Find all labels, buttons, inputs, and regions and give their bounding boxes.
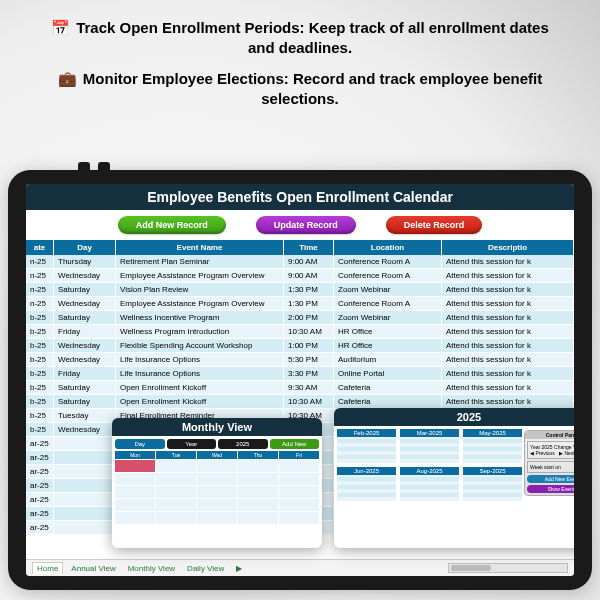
table-row[interactable]: b-25FridayWellness Program Introduction1… <box>26 325 574 339</box>
cell[interactable]: Open Enrollment Kickoff <box>116 381 284 395</box>
cell[interactable]: b-25 <box>26 381 54 395</box>
cell[interactable] <box>54 521 116 535</box>
monthly-cell[interactable] <box>238 460 278 472</box>
tab-monthly[interactable]: Monthly View <box>124 563 179 574</box>
cell[interactable]: 1:00 PM <box>284 339 334 353</box>
cell[interactable]: Attend this session for k <box>442 297 574 311</box>
cell[interactable]: Attend this session for k <box>442 367 574 381</box>
cell[interactable]: ar-25 <box>26 521 54 535</box>
add-record-button[interactable]: Add New Record <box>118 216 226 234</box>
cell[interactable]: Wednesday <box>54 269 116 283</box>
cell[interactable]: Employee Assistance Program Overview <box>116 297 284 311</box>
cell[interactable]: Attend this session for k <box>442 339 574 353</box>
cell[interactable]: 9:00 AM <box>284 255 334 269</box>
cell[interactable]: Conference Room A <box>334 297 442 311</box>
horizontal-scrollbar[interactable] <box>448 563 568 573</box>
cell[interactable] <box>54 437 116 451</box>
cell[interactable]: 9:30 AM <box>284 381 334 395</box>
cell[interactable]: Attend this session for k <box>442 283 574 297</box>
cell[interactable]: Employee Assistance Program Overview <box>116 269 284 283</box>
monthly-day-button[interactable]: Day <box>115 439 165 449</box>
monthly-cell[interactable] <box>238 486 278 498</box>
cell[interactable]: Saturday <box>54 395 116 409</box>
mini-month[interactable]: Feb-2025 <box>337 429 396 463</box>
mini-month-body[interactable] <box>400 475 459 501</box>
table-row[interactable]: b-25SaturdayWellness Incentive Program2:… <box>26 311 574 325</box>
update-record-button[interactable]: Update Record <box>256 216 356 234</box>
monthly-cell[interactable] <box>279 473 319 485</box>
col-time[interactable]: Time <box>284 240 334 255</box>
cell[interactable]: b-25 <box>26 325 54 339</box>
cell[interactable]: Wellness Program Introduction <box>116 325 284 339</box>
monthly-cell[interactable] <box>197 486 237 498</box>
cell[interactable]: b-25 <box>26 353 54 367</box>
table-row[interactable]: b-25SaturdayOpen Enrollment Kickoff10:30… <box>26 395 574 409</box>
cell[interactable]: b-25 <box>26 423 54 437</box>
cell[interactable]: Thursday <box>54 255 116 269</box>
cell[interactable] <box>54 479 116 493</box>
monthly-year-value[interactable]: 2025 <box>218 439 268 449</box>
cell[interactable]: Attend this session for k <box>442 255 574 269</box>
next-button[interactable]: Next <box>564 450 574 456</box>
cell[interactable]: Wednesday <box>54 297 116 311</box>
cell[interactable]: ar-25 <box>26 507 54 521</box>
table-row[interactable]: b-25WednesdayFlexible Spending Account W… <box>26 339 574 353</box>
monthly-cell[interactable] <box>238 512 278 524</box>
monthly-cell[interactable] <box>279 499 319 511</box>
cell[interactable]: ar-25 <box>26 493 54 507</box>
cell[interactable]: ar-25 <box>26 437 54 451</box>
col-description[interactable]: Descriptio <box>442 240 574 255</box>
cell[interactable]: 3:30 PM <box>284 367 334 381</box>
col-date[interactable]: ate <box>26 240 54 255</box>
previous-button[interactable]: Previous <box>535 450 554 456</box>
monthly-cell[interactable] <box>197 499 237 511</box>
monthly-cell[interactable] <box>156 473 196 485</box>
cell[interactable]: ar-25 <box>26 479 54 493</box>
cell[interactable]: 5:30 PM <box>284 353 334 367</box>
cell[interactable]: Attend this session for k <box>442 353 574 367</box>
cell[interactable]: b-25 <box>26 409 54 423</box>
monthly-cell[interactable] <box>197 512 237 524</box>
mini-month-body[interactable] <box>463 437 522 463</box>
monthly-cell[interactable] <box>279 486 319 498</box>
monthly-cell[interactable] <box>238 473 278 485</box>
col-location[interactable]: Location <box>334 240 442 255</box>
mini-month-body[interactable] <box>400 437 459 463</box>
monthly-cell[interactable] <box>197 473 237 485</box>
cell[interactable]: Wednesday <box>54 423 116 437</box>
monthly-cell[interactable] <box>115 486 155 498</box>
cell[interactable]: 9:00 AM <box>284 269 334 283</box>
mini-month-body[interactable] <box>337 475 396 501</box>
cell[interactable]: 10:30 AM <box>284 325 334 339</box>
mini-month[interactable]: Aug-2025 <box>400 467 459 501</box>
table-row[interactable]: b-25SaturdayOpen Enrollment Kickoff9:30 … <box>26 381 574 395</box>
cell[interactable]: Wellness Incentive Program <box>116 311 284 325</box>
cell[interactable]: n-25 <box>26 283 54 297</box>
cell[interactable]: Attend this session for k <box>442 311 574 325</box>
cell[interactable]: Wednesday <box>54 353 116 367</box>
cell[interactable]: n-25 <box>26 269 54 283</box>
cell[interactable] <box>54 493 116 507</box>
monthly-add-button[interactable]: Add New <box>270 439 320 449</box>
tab-home[interactable]: Home <box>32 562 63 574</box>
cell[interactable]: Open Enrollment Kickoff <box>116 395 284 409</box>
add-event-button[interactable]: Add New Event <box>527 475 574 483</box>
monthly-cell[interactable] <box>156 460 196 472</box>
cell[interactable]: Flexible Spending Account Workshop <box>116 339 284 353</box>
cell[interactable]: Conference Room A <box>334 255 442 269</box>
cell[interactable]: Saturday <box>54 381 116 395</box>
cell[interactable]: Zoom Webinar <box>334 283 442 297</box>
cell[interactable]: Attend this session for k <box>442 269 574 283</box>
table-row[interactable]: b-25WednesdayLife Insurance Options5:30 … <box>26 353 574 367</box>
cell[interactable] <box>54 507 116 521</box>
monthly-cell[interactable] <box>238 499 278 511</box>
delete-record-button[interactable]: Delete Record <box>386 216 483 234</box>
tab-annual[interactable]: Annual View <box>67 563 119 574</box>
table-row[interactable]: n-25SaturdayVision Plan Review1:30 PMZoo… <box>26 283 574 297</box>
mini-month[interactable]: May-2025 <box>463 429 522 463</box>
col-day[interactable]: Day <box>54 240 116 255</box>
tab-daily[interactable]: Daily View <box>183 563 228 574</box>
cell[interactable]: b-25 <box>26 311 54 325</box>
mini-month[interactable]: Sep-2025 <box>463 467 522 501</box>
cell[interactable]: 2:00 PM <box>284 311 334 325</box>
